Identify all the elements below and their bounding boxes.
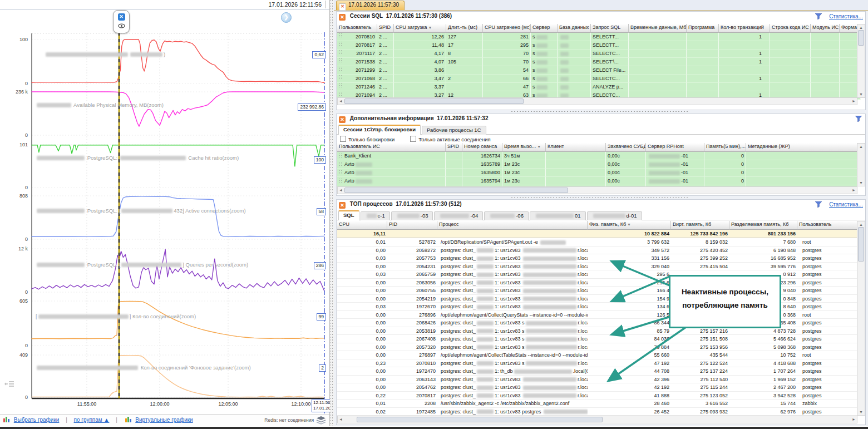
column-header[interactable]: Запрос SQL xyxy=(591,24,629,33)
table-row[interactable]: Bank_Klient16267343ч 51м0,00с-010 xyxy=(337,152,857,160)
column-header[interactable]: Строка кода ИС xyxy=(770,24,811,33)
column-header[interactable]: Процесс xyxy=(437,221,588,230)
eye-icon[interactable] xyxy=(118,23,125,28)
table-row[interactable]: 0,012208/usr/sbin/zabbix_agent2 -c /etc/… xyxy=(337,400,857,408)
column-header[interactable]: CPU загрузка ▼ xyxy=(394,24,446,33)
cell-metadata xyxy=(746,152,857,160)
vertical-scrollbar[interactable]: ▲▼ xyxy=(857,143,865,186)
snapshot-tab[interactable]: ✕17.01.2026 11:57:30 xyxy=(336,1,405,10)
close-tab-icon[interactable]: ✕ xyxy=(339,3,346,11)
table-row[interactable]: 20712462 ...3,3747sANALYZE p... xyxy=(337,83,861,91)
table-row[interactable]: 20712992 ...3,8654sSELECT File... xyxy=(337,66,861,75)
table-row[interactable]: Avto16357941м 23с0,00с-010 xyxy=(337,177,857,185)
column-header[interactable]: Память(5 мин),... xyxy=(704,143,746,152)
table-row[interactable]: 0,001972470postgres: clust_1: th_db.loca… xyxy=(337,367,857,376)
cell-duration: 8 xyxy=(446,50,483,58)
virtual-graphs-link[interactable]: Виртуальные графики xyxy=(135,417,193,423)
table-row[interactable]: 0,002067408postgres: clust_1: usr1cv83 s… xyxy=(337,335,857,343)
column-header[interactable]: Время вызо... ▼ xyxy=(502,143,546,152)
checkbox-only-active[interactable]: Только активные соединения xyxy=(410,136,506,142)
horizontal-scrollbar[interactable]: ◄► xyxy=(337,97,857,105)
checkbox-only-locks[interactable]: Только блокировки xyxy=(340,136,410,142)
server-tab[interactable]: -03 xyxy=(391,211,433,220)
column-header[interactable]: Разделяемая память, Кб xyxy=(729,221,797,230)
column-header[interactable]: Физ. память, Кб ▼ xyxy=(588,221,671,230)
column-header[interactable]: SPID xyxy=(446,143,462,152)
column-header[interactable]: Сервер RPHost xyxy=(646,143,704,152)
cell-program xyxy=(687,66,719,75)
server-tab[interactable]: c-1 xyxy=(361,211,390,220)
table-row[interactable]: 0,002054762postgres: clust_1: usr1cv83 r… xyxy=(337,383,857,392)
cell-shared-memory: 2 467 200 xyxy=(729,383,797,392)
column-header[interactable]: Временные данные, Мб xyxy=(629,24,687,33)
cell-pid: 2054219 xyxy=(387,295,437,303)
horizontal-scrollbar[interactable]: ◄► xyxy=(337,186,857,194)
checkbox-box[interactable] xyxy=(410,136,416,142)
table-row[interactable]: Avto16358001м 23с0,00с-010 xyxy=(337,169,857,177)
column-header[interactable]: SPID xyxy=(377,24,394,33)
filter-icon[interactable] xyxy=(815,201,822,208)
table-row[interactable]: 0,002063143postgres: clust_1: usr1cv83 r… xyxy=(337,376,857,384)
table-row[interactable]: 20708102 ...12,26127281sSELECTT...1 xyxy=(337,33,861,41)
table-row[interactable]: 0,00276897/opt/elephmon/agent/CollectTab… xyxy=(337,351,857,359)
vertical-splitter[interactable] xyxy=(330,0,334,426)
column-header[interactable]: CPU xyxy=(337,221,387,230)
server-tab[interactable]: SQL xyxy=(338,210,359,220)
filter-icon[interactable] xyxy=(855,116,862,122)
panel-splitter[interactable] xyxy=(336,196,865,199)
table-row[interactable]: 0,002057320postgres: clust_1: usr1cv83 s… xyxy=(337,343,857,352)
select-graphs-link[interactable]: Выбрать графики xyxy=(14,417,60,423)
table-row[interactable]: 20711172 ...4,17870sSELECTC...1 xyxy=(337,50,861,58)
table-row[interactable]: 20708172 ...11,4817295sSELECTT... xyxy=(337,41,861,50)
column-header[interactable]: Пользователь ИС xyxy=(337,143,446,152)
table-row[interactable]: 20715382 ...4,0710570sSELECT'\...1 xyxy=(337,58,861,66)
column-header[interactable]: Сервер xyxy=(531,24,558,33)
cell-user: root xyxy=(797,311,857,319)
column-header[interactable]: Модуль ИС xyxy=(811,24,840,33)
statistics-link[interactable]: Статистика... xyxy=(829,13,863,19)
close-panel-icon[interactable]: ✕ xyxy=(339,116,346,123)
table-row[interactable]: 0,002054231postgres: clust_1: usr1cv83 r… xyxy=(337,263,857,271)
column-header[interactable]: PID xyxy=(387,221,437,230)
column-header[interactable]: Захвачено СУБД xyxy=(606,143,646,152)
close-cursor-icon[interactable]: ✕ xyxy=(118,13,125,21)
server-tab[interactable]: d-01 xyxy=(587,211,642,220)
table-row[interactable]: 0,002059272postgres: clust_1: usr1cv83 r… xyxy=(337,246,857,255)
server-tab[interactable]: -04 xyxy=(434,211,483,220)
server-tab[interactable]: 01 xyxy=(530,211,586,220)
checkbox-box[interactable] xyxy=(340,136,346,142)
table-row[interactable]: 0,01527872/opt/DBReplication/SPAgent/SPA… xyxy=(337,238,857,246)
horizontal-scrollbar[interactable]: ◄► xyxy=(337,416,857,423)
close-panel-icon[interactable]: ✕ xyxy=(339,202,346,209)
close-panel-icon[interactable]: ✕ xyxy=(339,14,346,21)
vertical-scrollbar[interactable]: ▲▼ xyxy=(857,24,865,98)
panel-splitter[interactable] xyxy=(336,110,865,113)
by-groups-link[interactable]: по группам ▲ xyxy=(74,417,110,423)
table-row[interactable]: 0,032057753postgres: clust_1: usr1cv83 r… xyxy=(337,254,857,263)
dock-panel-icon[interactable] xyxy=(4,379,14,388)
tab-worker-processes-1c[interactable]: Рабочие процессы 1С xyxy=(422,126,486,135)
column-header[interactable]: Кол-во транзакций xyxy=(719,24,770,33)
column-header[interactable]: Программа xyxy=(687,24,719,33)
column-header[interactable]: База данных xyxy=(558,24,591,33)
column-header[interactable]: Длит.-ть (мс) xyxy=(446,24,483,33)
column-header[interactable]: Клиент xyxy=(546,143,606,152)
column-header[interactable]: CPU затрачено (мс) xyxy=(483,24,531,33)
table-row[interactable]: 0,232070810postgres: clust_1: usr1cv83 s… xyxy=(337,359,857,368)
column-header[interactable]: Метаданные (ЖР) xyxy=(746,143,857,152)
column-header[interactable]: Пользователь xyxy=(797,221,857,230)
column-header[interactable]: Номер сеанса xyxy=(462,143,502,152)
tab-sessions-1c[interactable]: Сессии 1С\Упр. блокировки xyxy=(338,125,421,135)
server-tab[interactable]: -06 xyxy=(484,211,529,220)
table-row[interactable]: Avto16357891м 23с0,00с-010 xyxy=(337,160,857,169)
statistics-link[interactable]: Статистика... xyxy=(829,201,863,208)
table-row[interactable]: 20710682 ...3,47266sSELECTC...1 xyxy=(337,75,861,83)
filter-icon[interactable] xyxy=(815,13,822,19)
cursor-toolbar[interactable]: ✕ xyxy=(113,10,130,33)
column-header[interactable]: Пользователь xyxy=(337,24,377,33)
vertical-scrollbar[interactable]: ▲▼ xyxy=(857,221,865,416)
cell-memory: 0 xyxy=(704,169,746,177)
table-row[interactable]: 0,222070817postgres: clust_1: usr1cv83 r… xyxy=(337,392,857,400)
column-header[interactable]: Вирт. память, Кб xyxy=(671,221,729,230)
table-row[interactable]: 0,021972485postgres: clust_1: usr1cv83 p… xyxy=(337,408,857,416)
